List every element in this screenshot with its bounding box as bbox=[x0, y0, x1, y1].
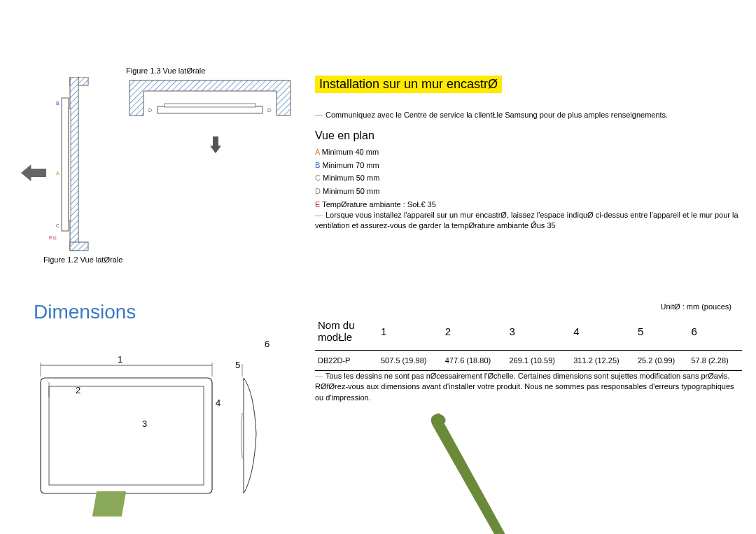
figure-top-diagram: D D bbox=[126, 77, 294, 126]
unit-label: UnitØ : mm (pouces) bbox=[661, 302, 732, 311]
spec-a: A Minimum 40 mm bbox=[315, 146, 436, 159]
dim-1: 1 bbox=[118, 354, 122, 365]
wall-install-note: ―Lorsque vous installez l'appareil sur u… bbox=[315, 210, 742, 232]
th-model: Nom du modŁle bbox=[315, 315, 378, 351]
table-row: DB22D-P 507.5 (19.98) 477.6 (18.80) 269.… bbox=[315, 351, 742, 371]
th-2: 2 bbox=[442, 315, 507, 351]
figure-1-2-caption: Figure 1.2 Vue latØrale bbox=[43, 255, 122, 264]
td-model: DB22D-P bbox=[315, 351, 378, 371]
svg-point-7 bbox=[53, 237, 56, 239]
svg-rect-5 bbox=[62, 98, 69, 231]
th-1: 1 bbox=[378, 315, 442, 351]
dim-6: 6 bbox=[265, 339, 270, 349]
spec-d: D Minimum 50 mm bbox=[315, 185, 436, 198]
svg-rect-6 bbox=[69, 108, 71, 220]
td-4: 311.2 (12.25) bbox=[570, 351, 635, 371]
spec-list: A Minimum 40 mm B Minimum 70 mm C Minimu… bbox=[315, 146, 436, 211]
td-6: 57.8 (2.28) bbox=[688, 351, 742, 371]
dimensions-diagram: 1 2 3 4 5 6 bbox=[34, 336, 279, 504]
table-header-row: Nom du modŁle 1 2 3 4 5 6 bbox=[315, 315, 742, 351]
figure-1-3-caption: Figure 1.3 Vue latØrale bbox=[126, 66, 205, 75]
dim-3: 3 bbox=[142, 419, 147, 429]
green-decoration-bar bbox=[420, 413, 518, 534]
svg-rect-13 bbox=[49, 386, 204, 485]
label-c: C bbox=[56, 223, 59, 228]
td-5: 25.2 (0.99) bbox=[635, 351, 688, 371]
dim-4: 4 bbox=[216, 398, 220, 408]
th-5: 5 bbox=[635, 315, 688, 351]
th-4: 4 bbox=[570, 315, 635, 351]
th-6: 6 bbox=[688, 315, 742, 351]
svg-rect-4 bbox=[70, 242, 88, 251]
contact-note: ―Communiquez avec le Centre de service l… bbox=[315, 111, 742, 119]
arrow-down-icon bbox=[210, 136, 221, 153]
dash-icon: ― bbox=[315, 371, 323, 381]
left-column: Figure 1.3 Vue latØrale B A C E bbox=[0, 0, 280, 534]
svg-rect-3 bbox=[70, 77, 78, 251]
label-d-right: D bbox=[267, 108, 271, 113]
th-3: 3 bbox=[507, 315, 571, 351]
td-1: 507.5 (19.98) bbox=[378, 351, 442, 371]
dimensions-table: Nom du modŁle 1 2 3 4 5 6 DB22D-P 507.5 … bbox=[315, 315, 742, 371]
figure-1-3-diagram: B A C E bbox=[49, 77, 94, 252]
dim-5: 5 bbox=[235, 360, 240, 370]
label-e: E bbox=[49, 235, 52, 240]
arrow-left-icon bbox=[21, 164, 46, 181]
label-d-left: D bbox=[148, 108, 152, 113]
dim-2: 2 bbox=[76, 385, 80, 395]
spec-b: B Minimum 70 mm bbox=[315, 159, 436, 172]
install-heading: Installation sur un mur encastrØ bbox=[315, 76, 502, 93]
svg-rect-11 bbox=[164, 104, 255, 107]
spec-c: C Minimum 50 mm bbox=[315, 171, 436, 185]
td-3: 269.1 (10.59) bbox=[507, 351, 571, 371]
dimensions-heading: Dimensions bbox=[34, 301, 136, 323]
label-a: A bbox=[56, 171, 59, 176]
label-b: B bbox=[56, 101, 59, 106]
spec-e: E TempØrature ambiante : SoŁ€ 35 bbox=[315, 198, 436, 211]
dash-icon: ― bbox=[315, 111, 323, 119]
plan-heading: Vue en plan bbox=[315, 129, 374, 142]
green-decoration-stub bbox=[92, 491, 126, 517]
drawings-note: ―Tous les dessins ne sont pas nØcessaire… bbox=[315, 371, 742, 403]
svg-rect-10 bbox=[158, 106, 262, 113]
dash-icon: ― bbox=[315, 210, 323, 220]
td-2: 477.6 (18.80) bbox=[442, 351, 507, 371]
